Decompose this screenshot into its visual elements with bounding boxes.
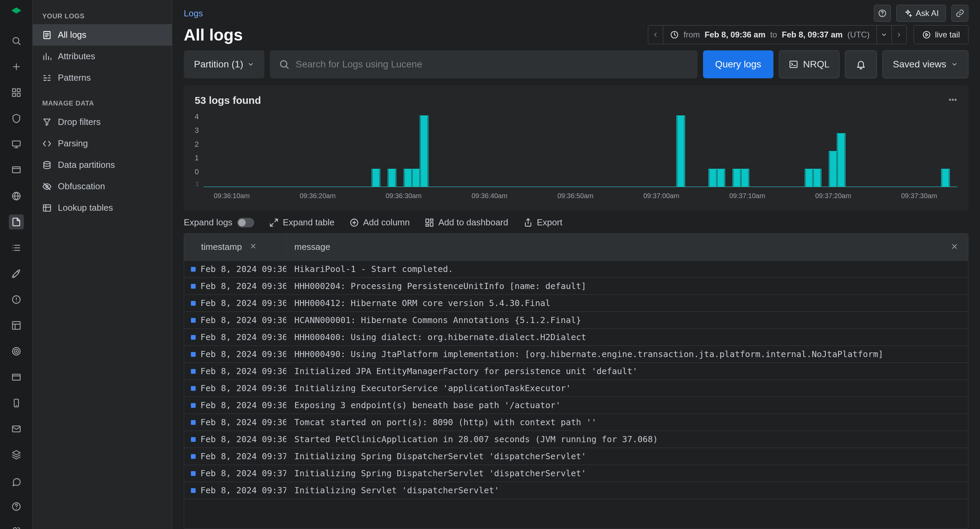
log-row[interactable]: Feb 8, 2024 09:36:… HHH000490: Using Jta… [184, 346, 968, 363]
nav-rocket-icon[interactable] [9, 266, 24, 281]
nav-mobile-icon[interactable] [9, 395, 24, 411]
sidebar-item-attributes[interactable]: Attributes [33, 46, 172, 67]
saved-views-button[interactable]: Saved views [882, 50, 969, 78]
nav-alert-icon[interactable] [9, 292, 24, 307]
nav-search-icon[interactable] [9, 33, 24, 48]
search-input[interactable] [296, 59, 689, 70]
time-range-tz: (UTC) [847, 30, 869, 40]
nav-add-icon[interactable] [9, 59, 24, 74]
nav-logs-icon[interactable] [9, 215, 24, 229]
chart-svg[interactable] [204, 112, 958, 187]
add-column-button[interactable]: Add column [350, 217, 410, 228]
log-row[interactable]: Feb 8, 2024 09:36:… HHH000204: Processin… [184, 278, 968, 295]
sidebar-item-obfuscation[interactable]: Obfuscation [33, 176, 172, 197]
nav-list-icon[interactable] [9, 240, 24, 255]
expand-table-button[interactable]: Expand table [269, 217, 334, 228]
log-table: timestamp message Feb 8, 2024 09:36:… Hi… [184, 233, 969, 529]
sidebar-item-data-partitions[interactable]: Data partitions [33, 154, 172, 176]
nav-chat-icon[interactable] [9, 475, 24, 489]
log-row[interactable]: Feb 8, 2024 09:36:… Tomcat started on po… [184, 414, 968, 431]
sidebar-item-patterns[interactable]: Patterns [33, 67, 172, 89]
plus-circle-icon [350, 218, 359, 228]
nav-layers-icon[interactable] [9, 447, 24, 462]
sidebar-item-lookup-tables[interactable]: Lookup tables [33, 197, 172, 218]
results-card: 53 logs found 432101 09:36:10am09:36:20a… [184, 85, 969, 210]
log-row[interactable]: Feb 8, 2024 09:36:… HikariPool-1 - Start… [184, 261, 968, 278]
breadcrumb[interactable]: Logs [184, 8, 203, 19]
query-logs-button[interactable]: Query logs [703, 50, 773, 78]
ask-ai-button[interactable]: Ask AI [896, 5, 946, 22]
table-body[interactable]: Feb 8, 2024 09:36:… HikariPool-1 - Start… [184, 261, 968, 529]
sidebar-item-label: All logs [58, 30, 86, 40]
nav-browser-icon[interactable] [9, 163, 24, 178]
chart-icon [42, 52, 52, 61]
svg-rect-48 [426, 219, 429, 223]
timestamp-value: Feb 8, 2024 09:36:… [200, 298, 286, 308]
svg-point-12 [16, 351, 17, 352]
th-message[interactable]: message [286, 242, 941, 252]
nav-users-icon[interactable] [9, 524, 24, 529]
log-row[interactable]: Feb 8, 2024 09:36:… HHH000400: Using dia… [184, 329, 968, 346]
nav-globe-icon[interactable] [9, 189, 24, 204]
time-range-prev[interactable] [648, 25, 663, 44]
svg-point-20 [44, 161, 50, 164]
log-row[interactable]: Feb 8, 2024 09:36:… Started PetClinicApp… [184, 431, 968, 448]
log-row[interactable]: Feb 8, 2024 09:36:… Initializing Executo… [184, 380, 968, 397]
export-button[interactable]: Export [523, 217, 563, 228]
time-range-body[interactable]: from Feb 8, 09:36 am to Feb 8, 09:37 am … [663, 25, 877, 44]
th-timestamp-label: timestamp [201, 242, 242, 252]
add-dashboard-button[interactable]: Add to dashboard [425, 217, 508, 228]
nav-rail [0, 0, 33, 529]
cell-timestamp: Feb 8, 2024 09:36:… [184, 315, 286, 325]
nav-shield-icon[interactable] [9, 111, 24, 126]
timestamp-value: Feb 8, 2024 09:36:… [200, 383, 286, 393]
nav-window-icon[interactable] [9, 370, 24, 385]
add-dashboard-label: Add to dashboard [438, 217, 508, 228]
help-button[interactable] [874, 5, 891, 22]
svg-rect-40 [733, 169, 740, 187]
filter-icon [42, 118, 52, 127]
nav-mail-icon[interactable] [9, 421, 24, 437]
sidebar-item-all-logs[interactable]: All logs [33, 24, 172, 46]
log-row[interactable]: Feb 8, 2024 09:37:… Initializing Servlet… [184, 482, 968, 499]
x-tick: 09:36:40am [472, 192, 508, 200]
nav-help-icon[interactable] [9, 499, 24, 514]
nrql-button[interactable]: NRQL [779, 50, 840, 78]
svg-rect-38 [710, 169, 716, 187]
cell-timestamp: Feb 8, 2024 09:36:… [184, 281, 286, 291]
nav-grid-icon[interactable] [9, 85, 24, 100]
nav-target-icon[interactable] [9, 344, 24, 359]
live-tail-button[interactable]: live tail [914, 25, 969, 44]
log-severity-dot [191, 335, 196, 340]
share-button[interactable] [951, 5, 969, 22]
th-timestamp[interactable]: timestamp [184, 234, 286, 260]
cell-timestamp: Feb 8, 2024 09:36:… [184, 264, 286, 274]
cell-timestamp: Feb 8, 2024 09:36:… [184, 383, 286, 393]
nav-monitor-icon[interactable] [9, 137, 24, 152]
log-row[interactable]: Feb 8, 2024 09:36:… HCANN000001: Hiberna… [184, 312, 968, 329]
th-timestamp-close[interactable] [247, 242, 259, 252]
live-tail-label: live tail [935, 30, 960, 40]
timestamp-value: Feb 8, 2024 09:36:… [200, 332, 286, 342]
expand-logs-toggle[interactable]: Expand logs [184, 217, 254, 228]
sidebar-item-drop-filters[interactable]: Drop filters [33, 111, 172, 133]
time-range-dropdown[interactable] [877, 25, 891, 44]
nav-layout-icon[interactable] [9, 318, 24, 333]
log-row[interactable]: Feb 8, 2024 09:37:… Initializing Spring … [184, 465, 968, 482]
toggle-switch[interactable] [237, 218, 254, 228]
sidebar-item-parsing[interactable]: Parsing [33, 133, 172, 154]
log-row[interactable]: Feb 8, 2024 09:36:… Initialized JPA Enti… [184, 363, 968, 380]
alerts-button[interactable] [845, 50, 877, 78]
log-severity-dot [191, 471, 196, 476]
th-message-close[interactable] [941, 242, 968, 252]
results-menu[interactable] [948, 95, 958, 106]
svg-rect-51 [426, 224, 429, 226]
partition-button[interactable]: Partition (1) [184, 50, 264, 78]
svg-rect-36 [421, 116, 428, 187]
logo[interactable] [9, 6, 24, 21]
log-row[interactable]: Feb 8, 2024 09:36:… HHH000412: Hibernate… [184, 295, 968, 312]
time-range-next[interactable] [891, 25, 907, 44]
log-row[interactable]: Feb 8, 2024 09:37:… Initializing Spring … [184, 448, 968, 465]
log-row[interactable]: Feb 8, 2024 09:36:… Exposing 3 endpoint(… [184, 397, 968, 414]
more-icon [948, 95, 958, 105]
